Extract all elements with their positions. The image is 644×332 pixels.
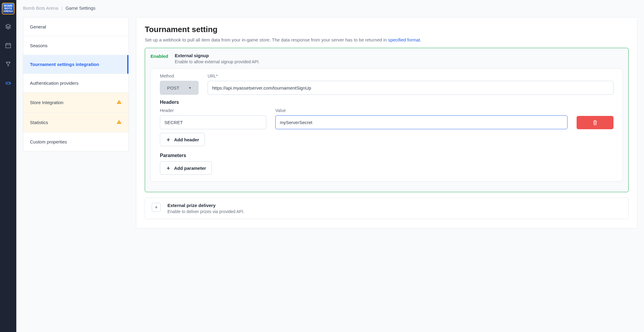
- nav-item-layers[interactable]: [0, 20, 16, 33]
- external-prize-desc: Enable to deliver prizes via provided AP…: [167, 209, 244, 214]
- external-signup-desc: Enable to allow external signup provided…: [175, 59, 260, 64]
- chevron-down-icon: ▼: [188, 86, 191, 90]
- sidebar-item-label: Tournament settings integration: [30, 62, 99, 67]
- header-key-input[interactable]: [160, 115, 266, 129]
- enabled-badge: Enabled: [150, 53, 168, 59]
- svg-rect-15: [119, 123, 119, 123]
- app-logo-text: BOMB BOTS ARENA: [2, 3, 15, 15]
- warning-icon: [116, 119, 122, 126]
- settings-sidebar: General Seasons Tournament settings inte…: [23, 17, 129, 151]
- sidebar-item-auth-providers[interactable]: Authentication providers: [23, 74, 128, 93]
- svg-rect-12: [119, 101, 119, 103]
- headers-title: Headers: [160, 100, 613, 105]
- breadcrumb-current: Game Settings: [66, 5, 95, 11]
- svg-point-11: [10, 83, 10, 84]
- external-signup-section: Enabled External signup Enable to allow …: [145, 48, 629, 192]
- trash-icon: [592, 120, 598, 125]
- svg-rect-1: [6, 44, 11, 48]
- breadcrumb: Bomb Bots Arena | Game Settings: [16, 0, 644, 14]
- sidebar-item-store-integration[interactable]: Store Integration: [23, 93, 128, 113]
- sidebar-item-label: Store Integration: [30, 100, 63, 105]
- trophy-icon: [5, 61, 11, 67]
- sidebar-item-label: Statistics: [30, 120, 48, 125]
- sidebar-item-general[interactable]: General: [23, 18, 128, 36]
- svg-rect-14: [119, 121, 119, 123]
- delete-header-button[interactable]: [577, 116, 613, 129]
- method-select[interactable]: POST ▼: [160, 81, 199, 95]
- method-label: Method: [160, 74, 199, 78]
- breadcrumb-project[interactable]: Bomb Bots Arena: [23, 5, 58, 11]
- add-header-button[interactable]: ＋ Add header: [160, 133, 205, 146]
- controller-icon: [5, 80, 11, 86]
- breadcrumb-separator: |: [61, 5, 63, 11]
- plus-icon: ＋: [166, 164, 171, 172]
- add-header-label: Add header: [174, 137, 199, 142]
- add-parameter-button[interactable]: ＋ Add parameter: [160, 161, 212, 175]
- page-title: Tournament setting: [145, 25, 629, 34]
- plus-icon: ＋: [166, 136, 171, 143]
- external-prize-section: + External prize delivery Enable to deli…: [145, 198, 629, 219]
- svg-point-10: [9, 83, 9, 83]
- subtitle-text: Set up a webhook to pull all item data f…: [145, 37, 388, 42]
- external-prize-title: External prize delivery: [167, 203, 244, 208]
- sidebar-item-label: Authentication providers: [30, 81, 79, 86]
- layers-icon: [5, 23, 11, 30]
- parameters-title: Parameters: [160, 153, 613, 158]
- page-subtitle: Set up a webhook to pull all item data f…: [145, 37, 629, 42]
- add-parameter-label: Add parameter: [174, 166, 206, 171]
- main-panel: Tournament setting Set up a webhook to p…: [136, 17, 637, 228]
- sidebar-item-label: General: [30, 24, 46, 29]
- app-logo[interactable]: BOMB BOTS ARENA: [2, 2, 14, 15]
- nav-item-controller[interactable]: [0, 76, 16, 90]
- expand-prize-button[interactable]: +: [152, 203, 161, 212]
- nav-item-trophy[interactable]: [0, 58, 16, 71]
- method-value: POST: [167, 85, 180, 90]
- nav-item-calendar[interactable]: [0, 39, 16, 52]
- svg-rect-13: [119, 103, 119, 104]
- sidebar-item-custom-properties[interactable]: Custom properties: [23, 133, 128, 151]
- warning-icon: [116, 99, 122, 106]
- vertical-nav: BOMB BOTS ARENA: [0, 0, 16, 332]
- header-value-label: Value: [275, 108, 568, 113]
- url-input[interactable]: [208, 81, 613, 95]
- webhook-form: Method POST ▼ URL* Headers: [150, 68, 623, 182]
- sidebar-item-statistics[interactable]: Statistics: [23, 113, 128, 133]
- url-label: URL*: [208, 74, 613, 78]
- sidebar-item-seasons[interactable]: Seasons: [23, 36, 128, 55]
- sidebar-item-tournament-settings[interactable]: Tournament settings integration: [23, 55, 128, 74]
- external-signup-title: External signup: [175, 53, 260, 58]
- header-value-input[interactable]: [275, 115, 568, 129]
- sidebar-item-label: Seasons: [30, 43, 47, 48]
- sidebar-item-label: Custom properties: [30, 139, 67, 144]
- svg-marker-0: [6, 24, 11, 27]
- subtitle-post: .: [420, 37, 421, 42]
- calendar-icon: [5, 42, 11, 49]
- header-key-label: Header: [160, 108, 266, 113]
- specified-format-link[interactable]: specified format: [388, 37, 420, 42]
